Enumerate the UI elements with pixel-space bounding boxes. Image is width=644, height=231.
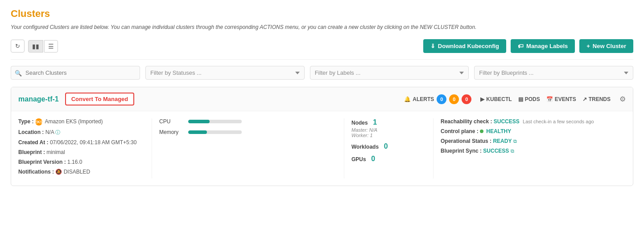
workloads-row: Workloads 0 xyxy=(351,142,426,150)
list-view-button[interactable]: ☰ xyxy=(44,40,58,53)
grid-view-button[interactable]: ▮▮ xyxy=(28,40,43,53)
gpus-row: GPUs 0 xyxy=(351,155,426,163)
blueprint-sync-ext-icon: ⧉ xyxy=(511,148,514,154)
trends-icon: ↗ xyxy=(582,96,587,102)
location-info-icon: ⓘ xyxy=(55,130,60,135)
nodes-row: Nodes 1 Master: N/A Worker: 1 xyxy=(351,118,426,138)
events-link[interactable]: 📅 EVENTS xyxy=(546,96,576,102)
created-row: Created At : 07/06/2022, 09:41:18 AM GMT… xyxy=(18,139,144,146)
cluster-header: manage-tf-1 Convert To Managed 🔔 ALERTS … xyxy=(11,87,633,111)
blueprint-sync-row: Blueprint Sync : SUCCESS ⧉ xyxy=(441,148,619,154)
memory-progress-bar xyxy=(188,130,242,134)
convert-to-managed-button[interactable]: Convert To Managed xyxy=(65,93,135,105)
notifications-row: Notifications : 🔕 DISABLED xyxy=(18,169,144,175)
page-description: Your configured Clusters are listed belo… xyxy=(11,23,633,31)
cpu-progress-bar xyxy=(188,120,242,123)
reachability-row: Reachability check : SUCCESS Last check-… xyxy=(441,118,619,125)
resources-col: CPU Memory xyxy=(152,118,344,178)
refresh-icon: ↻ xyxy=(15,43,20,49)
download-icon: ⇓ xyxy=(430,43,435,49)
refresh-button[interactable]: ↻ xyxy=(11,40,25,53)
manage-labels-button[interactable]: 🏷 Manage Labels xyxy=(511,39,575,53)
view-toggle: ▮▮ ☰ xyxy=(28,40,58,53)
filter-bar: 🔍 Filter by Statuses ... Filter by Label… xyxy=(11,66,633,80)
alert-badge-critical: 0 xyxy=(462,94,471,104)
cluster-actions: ▶ KUBECTL ▤ PODS 📅 EVENTS ↗ TRENDS xyxy=(480,96,611,102)
cpu-progress-fill xyxy=(188,120,210,123)
pods-icon: ▤ xyxy=(518,96,523,102)
trends-link[interactable]: ↗ TRENDS xyxy=(582,96,611,102)
alert-badge-info: 0 xyxy=(437,94,446,104)
toolbar: ↻ ▮▮ ☰ ⇓ Download Kubeconfig 🏷 Manage La… xyxy=(11,39,633,60)
page-title: Clusters xyxy=(11,8,633,20)
kubectl-icon: ▶ xyxy=(480,96,484,102)
bell-icon: 🔔 xyxy=(404,96,411,102)
download-kubeconfig-button[interactable]: ⇓ Download Kubeconfig xyxy=(423,39,506,53)
cluster-header-right: 🔔 ALERTS 0 0 0 ▶ KUBECTL ▤ PODS xyxy=(404,94,626,104)
new-cluster-button[interactable]: + New Cluster xyxy=(579,39,633,53)
filter-statuses[interactable]: Filter by Statuses ... xyxy=(145,66,305,80)
cpu-row: CPU xyxy=(159,118,337,125)
stats-col: Nodes 1 Master: N/A Worker: 1 Workloads … xyxy=(344,118,433,178)
blueprint-row: Blueprint : minimal xyxy=(18,149,144,155)
search-box: 🔍 xyxy=(11,66,140,80)
plus-icon: + xyxy=(586,43,590,49)
healthy-dot xyxy=(480,130,483,133)
filter-blueprints[interactable]: Filter by Blueprints ... xyxy=(474,66,633,80)
status-col: Reachability check : SUCCESS Last check-… xyxy=(433,118,626,178)
alerts-section: 🔔 ALERTS 0 0 0 xyxy=(404,94,471,104)
cluster-card: manage-tf-1 Convert To Managed 🔔 ALERTS … xyxy=(11,87,633,186)
toolbar-left: ↻ ▮▮ ☰ xyxy=(11,40,58,53)
label-icon: 🏷 xyxy=(518,43,524,49)
gear-icon: ⚙ xyxy=(619,95,626,103)
memory-progress-fill xyxy=(188,130,207,134)
memory-row: Memory xyxy=(159,129,337,135)
type-row: Type : EKS Amazon EKS (Imported) xyxy=(18,118,144,126)
alert-badge-warning: 0 xyxy=(449,94,459,104)
alerts-label: 🔔 ALERTS xyxy=(404,96,434,102)
operational-ext-icon: ⧉ xyxy=(513,138,517,144)
settings-button[interactable]: ⚙ xyxy=(619,95,626,103)
pods-link[interactable]: ▤ PODS xyxy=(518,96,540,102)
cluster-details-col: Type : EKS Amazon EKS (Imported) Locatio… xyxy=(18,118,152,178)
eks-icon: EKS xyxy=(35,118,42,126)
search-input[interactable] xyxy=(11,66,140,80)
notifications-bell-icon: 🔕 xyxy=(55,169,62,175)
search-icon: 🔍 xyxy=(15,69,22,76)
operational-status-row: Operational Status : READY ⧉ xyxy=(441,138,619,144)
blueprint-version-row: Blueprint Version : 1.16.0 xyxy=(18,159,144,165)
location-row: Location : N/A ⓘ xyxy=(18,129,144,136)
cluster-body: Type : EKS Amazon EKS (Imported) Locatio… xyxy=(11,111,633,186)
kubectl-link[interactable]: ▶ KUBECTL xyxy=(480,96,512,102)
control-plane-row: Control plane : HEALTHY xyxy=(441,128,619,134)
cluster-name: manage-tf-1 xyxy=(18,95,59,103)
events-icon: 📅 xyxy=(546,96,553,102)
filter-labels[interactable]: Filter by Labels ... xyxy=(310,66,469,80)
